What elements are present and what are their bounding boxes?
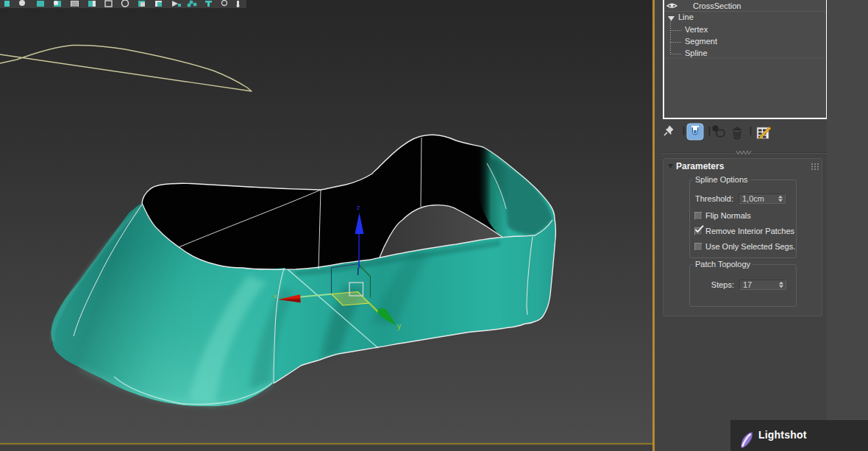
- svg-text:y: y: [397, 322, 401, 330]
- svg-text:x: x: [274, 293, 277, 299]
- svg-text:z: z: [357, 204, 360, 211]
